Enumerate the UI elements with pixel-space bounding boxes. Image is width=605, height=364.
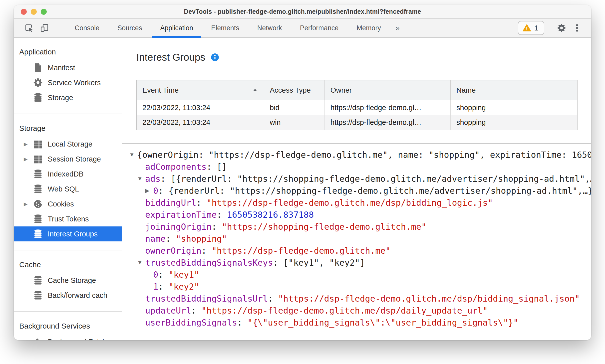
sidebar-item-web-sql[interactable]: Web SQL bbox=[14, 182, 122, 196]
tree-row[interactable]: name: "shopping" bbox=[122, 233, 591, 245]
column-header-access-type[interactable]: Access Type bbox=[264, 80, 325, 100]
database-icon bbox=[33, 169, 43, 179]
tree-row[interactable]: ▼{ownerOrigin: "https://dsp-fledge-demo.… bbox=[122, 149, 591, 161]
devtools-window: DevTools - publisher-fledge-demo.glitch.… bbox=[14, 5, 591, 340]
tab-network[interactable]: Network bbox=[248, 19, 291, 37]
tree-row[interactable]: ▶0: {renderUrl: "https://shopping-fledge… bbox=[122, 185, 591, 197]
sidebar-item-label: Service Workers bbox=[48, 79, 101, 87]
sidebar-item-session-storage[interactable]: ▶Session Storage bbox=[14, 152, 122, 167]
zoom-button[interactable] bbox=[41, 9, 47, 15]
sidebar-item-label: Manifest bbox=[48, 64, 75, 72]
inspect-element-button[interactable] bbox=[21, 19, 37, 37]
triangle-down-icon[interactable]: ▼ bbox=[137, 176, 145, 182]
chevron-double-right-icon: » bbox=[395, 24, 400, 32]
sidebar-item-label: Web SQL bbox=[48, 185, 79, 193]
sidebar-item-back-forward-cach[interactable]: Back/forward cach bbox=[14, 288, 122, 303]
tree-row[interactable]: ▼trustedBiddingSignalsKeys: ["key1", "ke… bbox=[122, 257, 591, 269]
tree-row[interactable]: biddingUrl: "https://dsp-fledge-demo.gli… bbox=[122, 197, 591, 209]
sidebar-section-cache: CacheCache StorageBack/forward cach bbox=[14, 250, 122, 312]
column-header-inner: Access Type bbox=[270, 86, 319, 94]
column-header-inner: Owner bbox=[330, 86, 445, 94]
table-cell: 22/03/2022, 11:03:24 bbox=[137, 100, 264, 115]
tree-row[interactable]: adComponents: [] bbox=[122, 161, 591, 173]
chevron-right-icon[interactable]: ▶ bbox=[24, 156, 33, 162]
more-tabs-button[interactable]: » bbox=[390, 19, 405, 37]
tree-row[interactable]: 1: "key2" bbox=[122, 281, 591, 293]
tree-row[interactable]: updateUrl: "https://dsp-fledge-demo.glit… bbox=[122, 305, 591, 317]
tab-memory[interactable]: Memory bbox=[347, 19, 390, 37]
triangle-down-icon[interactable]: ▼ bbox=[129, 152, 137, 158]
tree-row[interactable]: userBiddingSignals: "{\"user_bidding_sig… bbox=[122, 317, 591, 329]
minimize-button[interactable] bbox=[31, 9, 37, 15]
column-header-label: Access Type bbox=[270, 86, 311, 94]
sidebar-item-cookies[interactable]: ▶Cookies bbox=[14, 196, 122, 211]
sidebar-item-label: Trust Tokens bbox=[48, 215, 89, 223]
database-icon bbox=[33, 290, 43, 301]
tree-row[interactable]: expirationTime: 1650538216.837188 bbox=[122, 209, 591, 221]
sidebar-item-interest-groups[interactable]: Interest Groups bbox=[14, 226, 122, 241]
tab-sources[interactable]: Sources bbox=[108, 19, 151, 37]
devtools-tabs: ConsoleSourcesApplicationElementsNetwork… bbox=[66, 19, 390, 37]
tab-performance[interactable]: Performance bbox=[291, 19, 348, 37]
toolbar-separator bbox=[57, 23, 57, 33]
sidebar-item-label: Local Storage bbox=[48, 140, 92, 148]
titlebar: DevTools - publisher-fledge-demo.glitch.… bbox=[14, 5, 591, 19]
tree-segment-plain: : [] bbox=[207, 162, 227, 172]
sidebar-item-service-workers[interactable]: Service Workers bbox=[14, 75, 122, 90]
tree-segment-key: 0 bbox=[153, 186, 158, 196]
tab-console[interactable]: Console bbox=[66, 19, 108, 37]
gear-icon bbox=[557, 23, 566, 33]
chevron-right-icon[interactable]: ▶ bbox=[24, 201, 33, 207]
database-icon bbox=[33, 229, 43, 239]
sidebar-item-indexeddb[interactable]: IndexedDB bbox=[14, 167, 122, 182]
sidebar-item-cache-storage[interactable]: Cache Storage bbox=[14, 273, 122, 288]
tree-row[interactable]: ownerOrigin: "https://dsp-fledge-demo.gl… bbox=[122, 245, 591, 257]
issues-count: 1 bbox=[534, 24, 538, 32]
column-header-label: Name bbox=[456, 86, 476, 94]
tab-application[interactable]: Application bbox=[151, 19, 202, 37]
sidebar-item-manifest[interactable]: Manifest bbox=[14, 60, 122, 75]
sidebar-item-local-storage[interactable]: ▶Local Storage bbox=[14, 137, 122, 152]
sidebar-item-trust-tokens[interactable]: Trust Tokens bbox=[14, 211, 122, 226]
column-header-event-time[interactable]: Event Time bbox=[137, 80, 264, 100]
tree-row[interactable]: 0: "key1" bbox=[122, 269, 591, 281]
tree-segment-plain: : bbox=[191, 306, 201, 316]
triangle-right-icon[interactable]: ▶ bbox=[145, 187, 153, 194]
tree-segment-plain: : bbox=[217, 210, 227, 220]
tree-segment-plain: : bbox=[196, 198, 207, 208]
tree-row[interactable]: joiningOrigin: "https://shopping-fledge-… bbox=[122, 221, 591, 233]
column-header-name[interactable]: Name bbox=[451, 80, 577, 100]
settings-button[interactable] bbox=[554, 23, 569, 33]
sidebar-section-header: Cache bbox=[14, 257, 122, 273]
table-cell: shopping bbox=[451, 100, 577, 115]
sidebar-item-label: Interest Groups bbox=[48, 230, 98, 238]
close-button[interactable] bbox=[21, 9, 27, 15]
table-row[interactable]: 22/03/2022, 11:03:24winhttps://dsp-fledg… bbox=[137, 115, 577, 130]
tree-row[interactable]: trustedBiddingSignalsUrl: "https://dsp-f… bbox=[122, 293, 591, 305]
tree-row[interactable]: ▼ads: [{renderUrl: "https://shopping-fle… bbox=[122, 173, 591, 185]
sort-ascending-icon bbox=[252, 87, 258, 93]
sidebar-section-header: Application bbox=[14, 44, 122, 60]
tree-segment-plain: : bbox=[212, 222, 222, 232]
devtools-toolbar: ConsoleSourcesApplicationElementsNetwork… bbox=[14, 19, 591, 38]
interest-group-json-tree: ▼{ownerOrigin: "https://dsp-fledge-demo.… bbox=[122, 144, 591, 329]
triangle-down-icon[interactable]: ▼ bbox=[137, 259, 145, 266]
table-cell: bid bbox=[264, 100, 325, 115]
tab-elements[interactable]: Elements bbox=[202, 19, 248, 37]
sidebar-item-storage[interactable]: Storage bbox=[14, 90, 122, 105]
column-header-owner[interactable]: Owner bbox=[325, 80, 451, 100]
table-row[interactable]: 22/03/2022, 11:03:24bidhttps://dsp-fledg… bbox=[137, 100, 577, 115]
sidebar-item-background-fetch[interactable]: Background Fetch bbox=[14, 334, 122, 340]
chevron-right-icon[interactable]: ▶ bbox=[24, 141, 33, 147]
tree-segment-plain: : bbox=[201, 246, 212, 256]
tree-segment-key: 1 bbox=[153, 282, 158, 292]
file-icon bbox=[33, 62, 43, 73]
issues-badge[interactable]: 1 bbox=[518, 21, 544, 35]
tree-segment-string: "key2" bbox=[168, 282, 199, 292]
device-toolbar-button[interactable] bbox=[37, 19, 52, 37]
kebab-menu-button[interactable] bbox=[569, 23, 585, 33]
main-panel: Interest Groups Event TimeAccess TypeOwn… bbox=[122, 38, 591, 340]
table-body: 22/03/2022, 11:03:24bidhttps://dsp-fledg… bbox=[137, 100, 577, 130]
info-icon[interactable] bbox=[210, 53, 220, 62]
sidebar: ApplicationManifestService WorkersStorag… bbox=[14, 38, 122, 340]
